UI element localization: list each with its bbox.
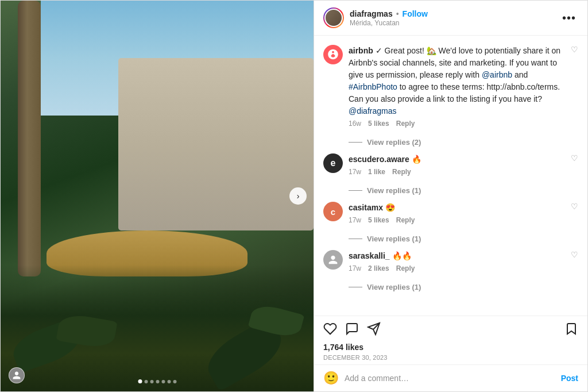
comment-emoji: 😍 bbox=[385, 203, 395, 212]
post-header: diafragmas • Follow Mérida, Yucatan ••• bbox=[314, 1, 587, 36]
mention-airbnb[interactable]: @airbnb bbox=[482, 70, 512, 79]
add-comment-bar: 🙂 Post bbox=[314, 364, 587, 391]
share-button[interactable] bbox=[367, 322, 381, 339]
view-replies-3[interactable]: View replies (1) bbox=[349, 235, 578, 243]
comment-text: saraskalli_ 🔥🔥 bbox=[349, 250, 565, 262]
like-comment-button[interactable]: ♡ bbox=[571, 45, 578, 54]
like-comment-button[interactable]: ♡ bbox=[571, 202, 578, 211]
dot-2[interactable] bbox=[144, 380, 148, 383]
dot-4[interactable] bbox=[156, 380, 159, 383]
commenter-username[interactable]: casitamx bbox=[349, 203, 383, 212]
comment-time: 17w bbox=[349, 264, 361, 272]
likes-count: 1,764 likes bbox=[323, 343, 578, 352]
comments-area: airbnb ✓ Great post! 🏡 We'd love to pote… bbox=[314, 36, 587, 316]
replies-line bbox=[349, 239, 362, 239]
view-replies-text[interactable]: View replies (1) bbox=[367, 235, 421, 243]
profile-avatar-ring[interactable] bbox=[323, 7, 344, 28]
dot-5[interactable] bbox=[161, 380, 165, 383]
comment-meta: 16w 5 likes Reply bbox=[349, 120, 565, 128]
verified-badge: ✓ bbox=[376, 46, 385, 55]
like-comment-button[interactable]: ♡ bbox=[571, 250, 578, 259]
comment-emoji: 🔥🔥 bbox=[392, 251, 412, 260]
emoji-picker-button[interactable]: 🙂 bbox=[323, 371, 339, 386]
profile-avatar-img bbox=[326, 10, 342, 26]
comment-body: escudero.aware 🔥 17w 1 like Reply bbox=[349, 153, 565, 176]
comment-body: casitamx 😍 17w 5 likes Reply bbox=[349, 202, 565, 224]
commenter-username[interactable]: airbnb bbox=[349, 46, 373, 55]
replies-line bbox=[349, 190, 362, 191]
comment-body: airbnb ✓ Great post! 🏡 We'd love to pote… bbox=[349, 45, 565, 128]
action-icons-row bbox=[323, 322, 578, 339]
like-button[interactable] bbox=[323, 322, 337, 339]
comment-item: saraskalli_ 🔥🔥 17w 2 likes Reply ♡ bbox=[323, 250, 578, 272]
post-comment-button[interactable]: Post bbox=[561, 374, 578, 383]
follow-button[interactable]: Follow bbox=[403, 9, 428, 18]
dot-6[interactable] bbox=[167, 380, 171, 383]
more-options-button[interactable]: ••• bbox=[560, 9, 578, 27]
comment-text: escudero.aware 🔥 bbox=[349, 153, 565, 166]
comment-likes: 1 like bbox=[368, 168, 385, 176]
airbnb-avatar[interactable] bbox=[323, 45, 343, 64]
sara-avatar[interactable] bbox=[323, 250, 343, 270]
tree-trunk bbox=[18, 1, 41, 276]
hashtag-airbnbphoto[interactable]: #AirbnbPhoto bbox=[349, 82, 397, 91]
separator-dot: • bbox=[396, 9, 399, 18]
post-date: December 30, 2023 bbox=[323, 354, 578, 361]
dot-3[interactable] bbox=[150, 380, 153, 383]
viewer-avatar[interactable] bbox=[9, 367, 25, 383]
mention-diafragmas[interactable]: @diafragmas bbox=[349, 106, 396, 116]
comment-likes: 5 likes bbox=[368, 120, 389, 128]
profile-avatar-inner bbox=[324, 9, 343, 27]
casita-avatar[interactable]: c bbox=[323, 202, 343, 221]
profile-username[interactable]: diafragmas bbox=[350, 9, 393, 18]
commenter-username[interactable]: escudero.aware bbox=[349, 155, 409, 164]
comment-item: c casitamx 😍 17w 5 likes Reply ♡ bbox=[323, 202, 578, 224]
comment-item: airbnb ✓ Great post! 🏡 We'd love to pote… bbox=[323, 45, 578, 128]
replies-line bbox=[349, 142, 362, 143]
reply-button[interactable]: Reply bbox=[392, 168, 411, 176]
reply-button[interactable]: Reply bbox=[396, 120, 415, 128]
comment-time: 17w bbox=[349, 168, 361, 176]
commenter-username[interactable]: saraskalli_ bbox=[349, 251, 390, 260]
comment-meta: 17w 2 likes Reply bbox=[349, 264, 565, 272]
comment-likes: 2 likes bbox=[368, 264, 389, 272]
comment-meta: 17w 5 likes Reply bbox=[349, 216, 565, 224]
comment-and: and bbox=[514, 70, 528, 79]
comment-body: saraskalli_ 🔥🔥 17w 2 likes Reply bbox=[349, 250, 565, 272]
reply-button[interactable]: Reply bbox=[396, 264, 415, 272]
next-arrow[interactable]: › bbox=[289, 187, 307, 205]
view-replies-2[interactable]: View replies (1) bbox=[349, 186, 578, 195]
comment-likes: 5 likes bbox=[368, 216, 389, 224]
view-replies-text[interactable]: View replies (1) bbox=[367, 283, 421, 291]
comment-time: 16w bbox=[349, 120, 361, 128]
comment-button[interactable] bbox=[345, 322, 359, 339]
view-replies-1[interactable]: View replies (2) bbox=[349, 138, 578, 147]
stone-wall bbox=[118, 58, 314, 230]
comment-emoji: 🔥 bbox=[412, 155, 421, 164]
reply-button[interactable]: Reply bbox=[396, 216, 415, 224]
post-image: › bbox=[1, 1, 314, 391]
image-background: › bbox=[1, 1, 314, 391]
comment-text: casitamx 😍 bbox=[349, 202, 565, 214]
carousel-dots bbox=[138, 379, 176, 383]
dot-7[interactable] bbox=[173, 380, 176, 383]
like-comment-button[interactable]: ♡ bbox=[571, 153, 578, 163]
comment-item: e escudero.aware 🔥 17w 1 like Reply ♡ bbox=[323, 153, 578, 176]
post-right-panel: diafragmas • Follow Mérida, Yucatan ••• bbox=[314, 1, 587, 391]
comment-input[interactable] bbox=[345, 374, 555, 383]
username-row: diafragmas • Follow bbox=[350, 9, 560, 18]
view-replies-4[interactable]: View replies (1) bbox=[349, 283, 578, 291]
post-container: › bbox=[0, 0, 588, 392]
post-location: Mérida, Yucatan bbox=[350, 19, 560, 27]
replies-line bbox=[349, 287, 362, 287]
dot-1[interactable] bbox=[138, 379, 142, 383]
comment-meta: 17w 1 like Reply bbox=[349, 168, 565, 176]
view-replies-text[interactable]: View replies (2) bbox=[367, 138, 421, 147]
view-replies-text[interactable]: View replies (1) bbox=[367, 186, 421, 195]
save-button[interactable] bbox=[564, 322, 578, 339]
comment-time: 17w bbox=[349, 216, 361, 224]
escudero-avatar[interactable]: e bbox=[323, 153, 343, 173]
comment-text: airbnb ✓ Great post! 🏡 We'd love to pote… bbox=[349, 45, 565, 117]
action-bar: 1,764 likes December 30, 2023 bbox=[314, 316, 587, 364]
header-info: diafragmas • Follow Mérida, Yucatan bbox=[350, 9, 560, 27]
